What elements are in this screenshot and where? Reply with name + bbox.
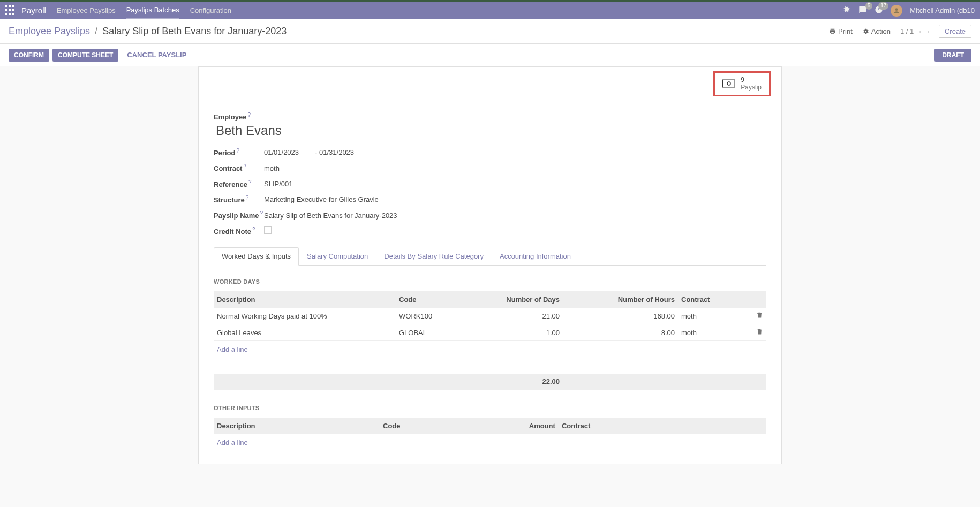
form-sheet: 9 Payslip Employee? Beth Evans Period? 0…: [198, 66, 782, 464]
activities-icon[interactable]: 17: [875, 5, 883, 16]
debug-icon[interactable]: [842, 5, 851, 16]
activities-badge: 17: [878, 2, 888, 10]
other-inputs-table: Description Code Amount Contract Add a l…: [214, 418, 766, 451]
cancel-payslip-button[interactable]: CANCEL PAYSLIP: [122, 48, 192, 62]
employee-label: Employee: [214, 113, 246, 121]
nav-item-payslips-batches[interactable]: Payslips Batches: [126, 2, 179, 19]
col-hours: Number of Hours: [563, 291, 678, 308]
col-code: Code: [380, 418, 521, 434]
worked-days-title: WORKED DAYS: [214, 278, 766, 285]
table-row[interactable]: Normal Working Days paid at 100% WORK100…: [214, 308, 766, 324]
form-body: Employee? Beth Evans Period? 01/01/2023 …: [199, 101, 781, 247]
period-from[interactable]: 01/01/2023: [264, 148, 299, 156]
reference-value[interactable]: SLIP/001: [264, 180, 293, 188]
worked-days-table: Description Code Number of Days Number o…: [214, 291, 766, 390]
help-mark[interactable]: ?: [246, 195, 249, 201]
action-row: CONFIRM COMPUTE SHEET CANCEL PAYSLIP DRA…: [0, 44, 980, 66]
apps-icon[interactable]: [5, 5, 16, 16]
help-mark[interactable]: ?: [260, 210, 263, 216]
action-button[interactable]: Action: [862, 27, 891, 35]
help-mark[interactable]: ?: [252, 226, 255, 232]
pager-next[interactable]: ›: [927, 27, 929, 35]
structure-label: Structure: [214, 196, 245, 204]
add-line-inputs[interactable]: Add a line: [214, 434, 766, 451]
user-name[interactable]: Mitchell Admin (db10: [910, 6, 975, 14]
svg-point-2: [727, 82, 730, 85]
stat-button-row: 9 Payslip: [199, 67, 781, 101]
totals-row: 22.00: [214, 374, 766, 390]
nav-item-employee-payslips[interactable]: Employee Payslips: [57, 2, 116, 19]
employee-name[interactable]: Beth Evans: [216, 123, 766, 138]
content-wrap: 9 Payslip Employee? Beth Evans Period? 0…: [0, 66, 980, 486]
period-label: Period: [214, 149, 235, 157]
print-icon: [829, 28, 836, 35]
pager-prev[interactable]: ‹: [919, 27, 921, 35]
table-row[interactable]: Global Leaves GLOBAL 1.00 8.00 moth: [214, 324, 766, 341]
delete-row-icon[interactable]: [756, 329, 763, 337]
col-contract: Contract: [559, 418, 766, 434]
col-days: Number of Days: [450, 291, 563, 308]
structure-value[interactable]: Marketing Executive for Gilles Gravie: [264, 195, 379, 203]
contract-label: Contract: [214, 165, 242, 173]
help-mark[interactable]: ?: [248, 179, 252, 185]
col-desc: Description: [214, 418, 380, 434]
help-mark[interactable]: ?: [247, 112, 251, 118]
breadcrumb-sep: /: [95, 26, 97, 36]
pager-text: 1 / 1: [900, 27, 914, 35]
compute-sheet-button[interactable]: COMPUTE SHEET: [52, 49, 118, 62]
tab-details-by-rule[interactable]: Details By Salary Rule Category: [376, 247, 492, 265]
breadcrumb-parent[interactable]: Employee Payslips: [9, 26, 90, 36]
payslip-name-value[interactable]: Salary Slip of Beth Evans for January-20…: [264, 211, 397, 220]
confirm-button[interactable]: CONFIRM: [9, 49, 49, 62]
tab-salary-computation[interactable]: Salary Computation: [299, 247, 376, 265]
control-bar: Employee Payslips / Salary Slip of Beth …: [0, 19, 980, 44]
tab-worked-days[interactable]: Worked Days & Inputs: [214, 247, 299, 266]
tabs: Worked Days & Inputs Salary Computation …: [214, 247, 766, 266]
money-icon: [722, 79, 735, 88]
top-nav: Payroll Employee Payslips Payslips Batch…: [0, 0, 980, 19]
other-inputs-title: OTHER INPUTS: [214, 405, 766, 411]
stat-label: Payslip: [741, 84, 762, 91]
avatar[interactable]: [891, 5, 902, 17]
nav-item-configuration[interactable]: Configuration: [190, 2, 231, 19]
credit-note-label: Credit Note: [214, 228, 251, 236]
contract-value[interactable]: moth: [264, 164, 280, 172]
add-line-worked[interactable]: Add a line: [214, 341, 766, 358]
col-amount: Amount: [521, 418, 559, 434]
print-button[interactable]: Print: [829, 27, 853, 35]
svg-point-0: [895, 8, 898, 11]
pager: 1 / 1 ‹ ›: [900, 27, 929, 35]
col-code: Code: [396, 291, 450, 308]
payslip-name-label: Payslip Name: [214, 212, 259, 220]
stat-count: 9: [741, 76, 762, 84]
status-draft: DRAFT: [934, 49, 971, 62]
reference-label: Reference: [214, 180, 247, 188]
svg-rect-1: [723, 80, 735, 88]
help-mark[interactable]: ?: [243, 163, 246, 169]
tab-content: WORKED DAYS Description Code Number of D…: [199, 266, 781, 464]
col-desc: Description: [214, 291, 396, 308]
credit-note-checkbox[interactable]: [264, 226, 272, 234]
messages-icon[interactable]: 5: [858, 5, 867, 16]
create-button[interactable]: Create: [939, 25, 971, 38]
messages-badge: 5: [865, 2, 873, 10]
total-days: 22.00: [450, 374, 563, 390]
help-mark[interactable]: ?: [236, 148, 239, 154]
delete-row-icon[interactable]: [756, 312, 763, 320]
col-contract: Contract: [678, 291, 750, 308]
tab-accounting-info[interactable]: Accounting Information: [492, 247, 579, 265]
breadcrumb-current: Salary Slip of Beth Evans for January-20…: [102, 26, 287, 36]
breadcrumb: Employee Payslips / Salary Slip of Beth …: [9, 26, 287, 37]
app-name: Payroll: [21, 6, 46, 15]
gear-icon: [862, 28, 869, 35]
period-to[interactable]: - 01/31/2023: [315, 148, 354, 156]
payslip-stat-button[interactable]: 9 Payslip: [713, 71, 771, 96]
